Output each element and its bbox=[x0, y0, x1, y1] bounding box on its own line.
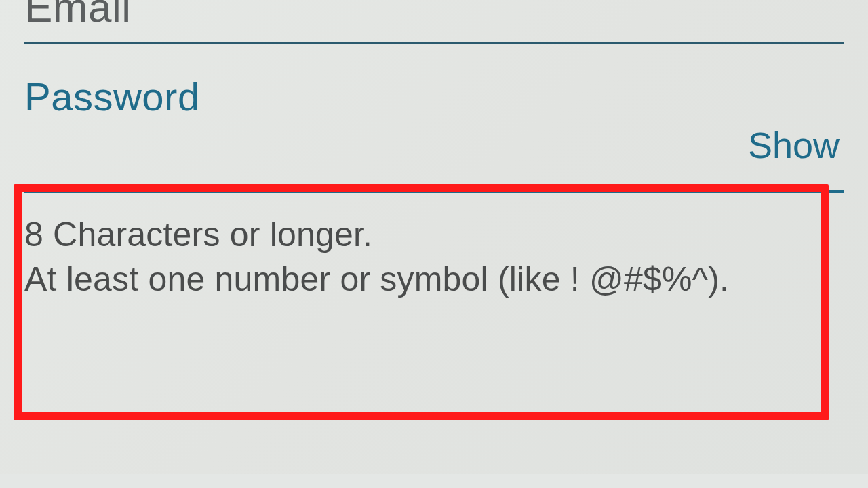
email-label: Email bbox=[24, 0, 844, 28]
password-requirements: 8 Characters or longer. At least one num… bbox=[24, 212, 844, 302]
password-req-length: 8 Characters or longer. bbox=[24, 212, 749, 257]
password-label: Password bbox=[24, 74, 844, 119]
password-input-underline[interactable] bbox=[24, 190, 844, 193]
show-password-toggle[interactable]: Show bbox=[748, 124, 840, 166]
password-req-symbol: At least one number or symbol (like ! @#… bbox=[24, 257, 749, 302]
email-field-group: Email bbox=[24, 0, 844, 44]
password-field-group: Password Show 8 Characters or longer. At… bbox=[24, 74, 844, 302]
signup-form-fragment: Email Password Show 8 Characters or long… bbox=[0, 0, 868, 474]
email-input-underline[interactable] bbox=[24, 42, 844, 44]
